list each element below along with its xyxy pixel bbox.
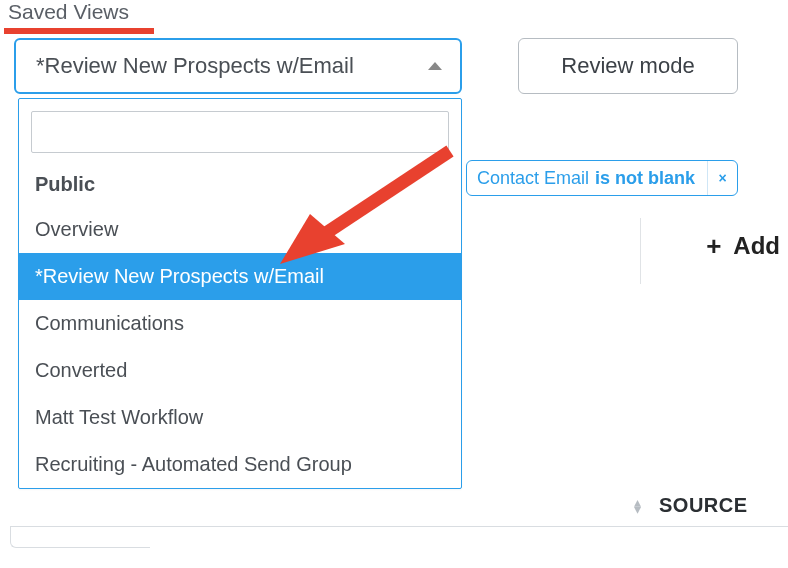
- dropdown-option-overview[interactable]: Overview: [19, 206, 461, 253]
- add-button[interactable]: + Add: [706, 232, 780, 260]
- red-underline: [4, 28, 154, 34]
- add-label: Add: [733, 232, 780, 260]
- review-mode-label: Review mode: [561, 53, 694, 79]
- filter-remove-button[interactable]: ×: [707, 161, 737, 195]
- dropdown-option-converted[interactable]: Converted: [19, 347, 461, 394]
- dropdown-option-matt-test-workflow[interactable]: Matt Test Workflow: [19, 394, 461, 441]
- dropdown-option-recruiting-automated[interactable]: Recruiting - Automated Send Group: [19, 441, 461, 488]
- saved-views-select[interactable]: *Review New Prospects w/Email: [14, 38, 462, 94]
- select-value: *Review New Prospects w/Email: [36, 53, 354, 79]
- filter-condition: is not blank: [595, 168, 695, 189]
- filter-chip-contact-email[interactable]: Contact Email is not blank ×: [466, 160, 738, 196]
- dropdown-option-review-new-prospects[interactable]: *Review New Prospects w/Email: [19, 253, 461, 300]
- dropdown-search-input[interactable]: [31, 111, 449, 153]
- column-label: SOURCE: [659, 494, 748, 517]
- saved-views-dropdown: Public Overview *Review New Prospects w/…: [18, 98, 462, 489]
- saved-views-label: Saved Views: [8, 0, 129, 24]
- filter-field: Contact Email: [477, 168, 589, 189]
- column-header-source[interactable]: ▴▾ SOURCE: [634, 494, 748, 517]
- dropdown-group-label: Public: [19, 167, 461, 206]
- table-corner-border: [10, 526, 150, 548]
- sort-icon: ▴▾: [634, 499, 641, 513]
- plus-icon: +: [706, 233, 721, 259]
- dropdown-option-communications[interactable]: Communications: [19, 300, 461, 347]
- vertical-divider: [640, 218, 641, 284]
- caret-up-icon: [428, 62, 442, 70]
- review-mode-button[interactable]: Review mode: [518, 38, 738, 94]
